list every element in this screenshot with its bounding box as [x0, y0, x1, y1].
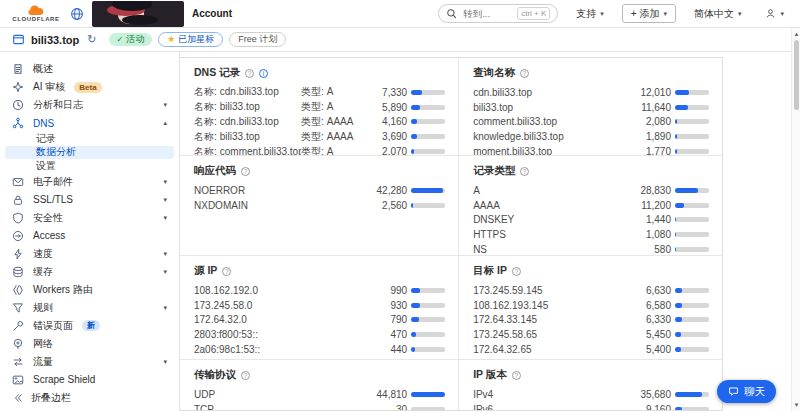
record-type: 类型:AAAA [301, 130, 359, 144]
help-icon[interactable]: ? [520, 167, 529, 176]
section-title: 记录类型 [473, 164, 515, 178]
ai-icon [12, 81, 24, 93]
cloudflare-logo[interactable]: CLOUDFLARE [10, 5, 62, 22]
traffic-icon [12, 356, 24, 368]
starred-badge[interactable]: ★ 已加星标 [158, 32, 223, 48]
metric-label: 2803:f800:53:: [194, 329, 359, 340]
help-icon[interactable]: ? [512, 371, 521, 380]
sidebar-item-overview[interactable]: 概述 [0, 60, 179, 78]
metric-row: NXDOMAIN 2,560 [194, 198, 445, 213]
section-rows: IPv4 35,680 IPv6 9,160 [473, 387, 709, 410]
metric-row: 173.245.59.145 6,630 [473, 283, 709, 298]
metric-value: 990 [359, 285, 407, 296]
globe-icon[interactable] [70, 7, 84, 21]
help-icon[interactable]: ? [245, 69, 254, 78]
help-icon[interactable]: ? [512, 267, 521, 276]
section-title: 源 IP [194, 264, 217, 278]
metric-row: 172.64.32.65 5,400 [473, 342, 709, 357]
account-label: Account [192, 8, 232, 19]
check-icon: ✓ [117, 35, 124, 45]
metric-bar [411, 317, 445, 322]
sidebar-subitem-dns-records[interactable]: 记录 [5, 132, 174, 146]
sidebar-subitem-dns-settings[interactable]: 设置 [5, 159, 174, 173]
sidebar-item-analytics-logs[interactable]: 分析和日志 ▾ [0, 96, 179, 114]
scroll-down-arrow-icon[interactable]: ▼ [792, 401, 800, 409]
scroll-up-arrow-icon[interactable]: ▲ [792, 30, 800, 38]
sidebar-item-error-pages[interactable]: 错误页面 新 [0, 317, 179, 335]
language-menu-button[interactable]: 简体中文 ▾ [688, 6, 748, 22]
metric-row: 2a06:98c1:53:: 440 [194, 342, 445, 357]
metric-bar-fill [411, 188, 443, 193]
chat-button[interactable]: 聊天 [717, 380, 776, 403]
help-icon[interactable]: ? [241, 371, 250, 380]
sidebar-nav: 概述 AI 审核 Beta 分析和日志 ▾ DNS ▴ 记录 数据分析 设置 电… [0, 60, 179, 385]
support-menu-button[interactable]: 支持 ▾ [570, 6, 610, 22]
metric-bar-fill [675, 288, 682, 293]
collapse-sidebar-button[interactable]: 折叠边栏 [0, 385, 179, 411]
dns-record-row: 名称:cdn.bili33.top 类型:AAAA 4,160 [194, 115, 445, 130]
zone-bar: bili33.top ↻ ✓ 活动 ★ 已加星标 Free 计划 [0, 28, 800, 52]
section-dns-records: DNS 记录 ? i 名称:cdn.bili33.top 类型:A 7,330 … [180, 58, 459, 155]
analytics-icon [12, 99, 24, 111]
metric-label: knowledge.bili33.top [473, 131, 623, 142]
metric-bar [411, 407, 445, 410]
sidebar-item-speed[interactable]: 速度 ▾ [0, 245, 179, 263]
metric-value: 44,810 [359, 389, 407, 400]
metric-bar [675, 119, 709, 124]
sidebar-item-ssl-tls[interactable]: SSL/TLS ▾ [0, 191, 179, 209]
scrollbar-thumb[interactable] [794, 40, 799, 110]
zone-domain: bili33.top [31, 34, 79, 46]
speed-icon [12, 248, 24, 260]
metric-label: 108.162.192.0 [194, 285, 359, 296]
record-type: 类型:A [301, 100, 359, 114]
record-type: 类型:AAAA [301, 115, 359, 129]
metric-label: 172.64.33.145 [473, 314, 623, 325]
add-menu-button[interactable]: + 添加 ▾ [622, 4, 676, 23]
help-icon[interactable]: ? [520, 69, 529, 78]
sidebar-item-access[interactable]: Access [0, 227, 179, 245]
overview-icon [12, 63, 24, 75]
sidebar-item-traffic[interactable]: 流量 ▾ [0, 353, 179, 371]
email-icon [12, 176, 24, 188]
metric-value: 28,830 [623, 185, 671, 196]
ssl-icon [12, 194, 24, 206]
workers-icon [12, 284, 24, 296]
sidebar-subitem-dns-analytics[interactable]: 数据分析 [5, 146, 174, 160]
sidebar-item-email[interactable]: 电子邮件 ▾ [0, 173, 179, 191]
metric-row: NOERROR 42,280 [194, 183, 445, 198]
section-rows: 108.162.192.0 990 173.245.58.0 930 172.6… [194, 283, 445, 357]
sidebar-item-dns[interactable]: DNS ▴ [0, 114, 179, 132]
metric-value: 2,080 [623, 116, 671, 127]
sidebar-item-workers-routes[interactable]: Workers 路由 [0, 281, 179, 299]
search-input[interactable] [461, 7, 513, 20]
record-name: 名称:comment.bili33.top [194, 145, 301, 155]
sidebar-item-security[interactable]: 安全性 ▾ [0, 209, 179, 227]
help-icon[interactable]: ? [222, 267, 231, 276]
sidebar-item-network[interactable]: 网络 [0, 335, 179, 353]
metric-bar [675, 347, 709, 352]
rules-icon [12, 302, 24, 314]
metric-bar [411, 149, 445, 154]
info-icon[interactable]: i [259, 69, 268, 78]
global-search[interactable]: ctrl + K [438, 4, 558, 23]
metric-bar [675, 149, 709, 154]
help-icon[interactable]: ? [241, 167, 250, 176]
sidebar-item-scrape-shield[interactable]: Scrape Shield [0, 371, 179, 386]
sidebar-item-rules[interactable]: 规则 ▾ [0, 299, 179, 317]
metric-label: TCP [194, 404, 359, 410]
page-scrollbar[interactable]: ▲ ▼ [791, 28, 800, 411]
sidebar-item-caching[interactable]: 缓存 ▾ [0, 263, 179, 281]
metric-bar [411, 119, 445, 124]
user-menu-button[interactable]: ▾ [759, 7, 790, 20]
record-name: 名称:cdn.bili33.top [194, 85, 301, 99]
metric-bar [675, 317, 709, 322]
metric-row: IPv4 35,680 [473, 387, 709, 402]
top-navigation-bar: CLOUDFLARE Account ctrl + K 支持 ▾ + 添加 ▾ … [0, 0, 800, 28]
sidebar-item-ai-audit[interactable]: AI 审核 Beta [0, 78, 179, 96]
chevron-down-icon: ▾ [600, 10, 604, 18]
section-rows: NOERROR 42,280 NXDOMAIN 2,560 [194, 183, 445, 213]
metric-bar [675, 203, 709, 208]
metric-value: 470 [359, 329, 407, 340]
dns-record-row: 名称:cdn.bili33.top 类型:A 7,330 [194, 85, 445, 100]
refresh-icon[interactable]: ↻ [87, 34, 96, 45]
